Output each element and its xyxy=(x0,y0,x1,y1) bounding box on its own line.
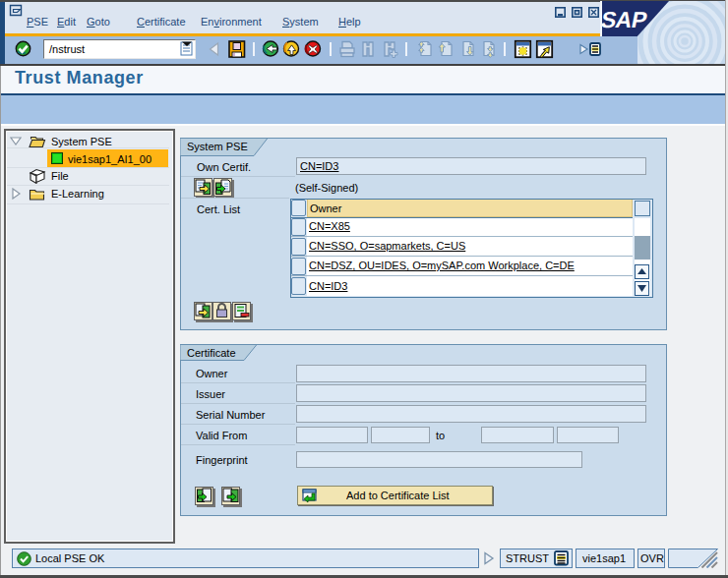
svg-text:SAP: SAP xyxy=(602,7,649,32)
